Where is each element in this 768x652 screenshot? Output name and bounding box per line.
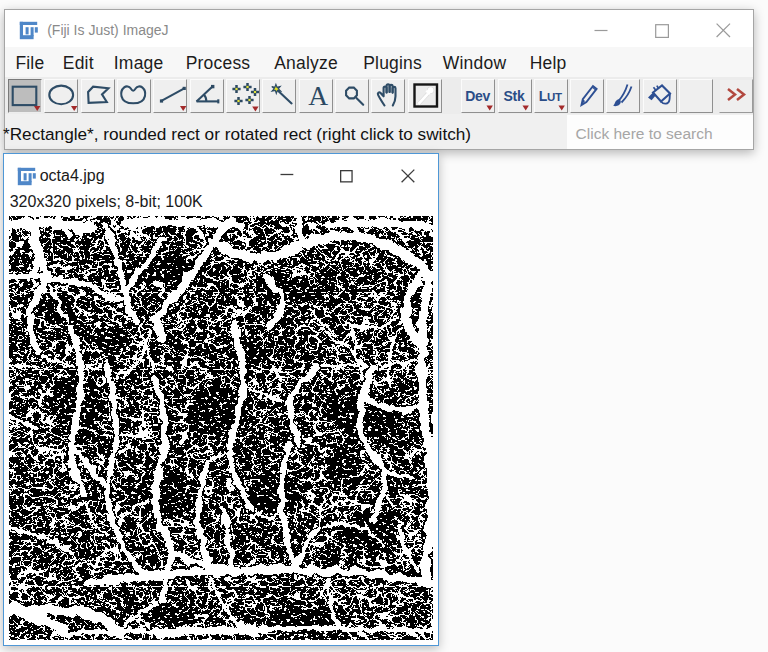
svg-text:A: A [308, 80, 328, 111]
